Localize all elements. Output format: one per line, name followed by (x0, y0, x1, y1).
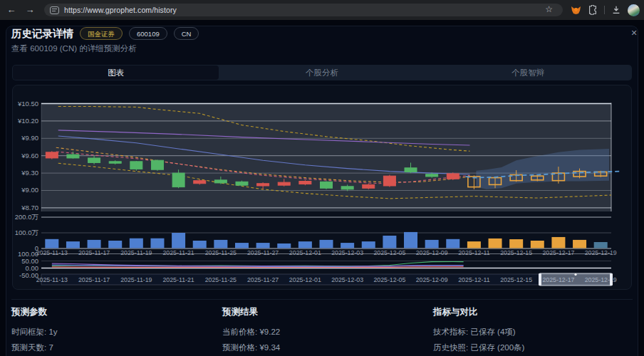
bookmark-star-icon[interactable]: ☆ (545, 4, 553, 14)
volume-bar (172, 233, 185, 248)
extensions-puzzle-icon[interactable] (588, 5, 598, 15)
forecast-params-column: 预测参数 时间框架: 1y 预测天数: 7 算法: 蒙特卡洛预测算法 (11, 306, 222, 356)
toolbar-divider (604, 6, 605, 14)
volume-bar (66, 241, 80, 248)
screen: ← → ↻ https://www.gprophet.com/history ☆… (0, 0, 644, 356)
candle-2025-11-20 (151, 160, 163, 169)
volume-bar (277, 244, 291, 248)
svg-text:¥9.30: ¥9.30 (21, 169, 38, 177)
svg-text:2025-12-17: 2025-12-17 (542, 249, 574, 256)
datazoom-handle-left[interactable] (539, 273, 541, 286)
candle-2025-11-18 (109, 162, 121, 163)
candle-2025-11-17 (88, 158, 100, 163)
candle-2025-11-19 (130, 162, 142, 169)
indicators-column: 指标与对比 技术指标: 已保存 (4项) 历史快照: 已保存 (200条) 创建… (433, 306, 633, 356)
svg-text:2025-12-03: 2025-12-03 (331, 249, 363, 256)
svg-text:2025-12-01: 2025-12-01 (289, 276, 321, 283)
volume-bar (256, 243, 270, 248)
close-icon[interactable]: ✕ (628, 27, 640, 38)
column-title: 预测参数 (11, 306, 222, 318)
footer-divider (11, 299, 633, 300)
svg-text:2025-11-21: 2025-11-21 (162, 276, 194, 283)
svg-text:2025-12-11: 2025-12-11 (458, 276, 489, 283)
volume-bar (108, 241, 122, 248)
svg-text:2025-11-27: 2025-11-27 (247, 276, 279, 283)
snapshots-saved: 历史快照: 已保存 (200条) (433, 340, 633, 356)
svg-text:2025-11-13: 2025-11-13 (36, 276, 68, 283)
candle-2025-12-01 (299, 181, 311, 184)
svg-text:2025-11-17: 2025-11-17 (78, 276, 110, 283)
result-current-price: 当前价格: ¥9.22 (222, 325, 433, 340)
site-info-icon[interactable] (50, 6, 59, 14)
candle-2025-12-10 (447, 174, 459, 179)
svg-text:2025-11-25: 2025-11-25 (205, 249, 237, 256)
indicators-saved: 技术指标: 已保存 (4项) (433, 325, 633, 340)
param-timeframe: 时间框架: 1y (11, 325, 222, 340)
svg-text:¥9.00: ¥9.00 (21, 186, 38, 194)
candle-2025-12-02 (321, 182, 333, 188)
tab-stock-ai[interactable]: 个股智辩 (425, 66, 631, 80)
volume-bar (214, 240, 227, 248)
tab-stock-analysis[interactable]: 个股分析 (219, 66, 425, 80)
param-days: 预测天数: 7 (11, 340, 222, 356)
candle-2025-11-24 (194, 181, 206, 184)
volume-bar (45, 239, 58, 248)
tab-chart[interactable]: 图表 (13, 66, 219, 80)
broker-badge: 国金证券 (80, 27, 123, 40)
volume-bar (594, 242, 608, 248)
svg-text:2025-12-19: 2025-12-19 (585, 249, 617, 256)
volume-bar (362, 241, 375, 248)
candle-2025-11-13 (46, 152, 58, 158)
svg-text:2025-11-25: 2025-11-25 (205, 276, 237, 283)
symbol-badge: 600109 (129, 27, 167, 40)
volume-bar (509, 239, 523, 248)
svg-text:2025-12-11: 2025-12-11 (458, 249, 489, 256)
volume-bar (150, 239, 164, 248)
column-title: 预测结果 (222, 306, 433, 318)
back-icon[interactable]: ← (6, 4, 17, 16)
profile-avatar[interactable] (628, 4, 640, 16)
volume-bar (531, 241, 544, 248)
volume-bar (404, 232, 417, 248)
forward-icon[interactable]: → (24, 4, 36, 16)
svg-text:2025-12-01: 2025-12-01 (289, 249, 321, 256)
volume-bar (193, 241, 207, 248)
candle-2025-11-28 (278, 182, 290, 185)
svg-text:2025-11-21: 2025-11-21 (162, 249, 194, 256)
volume-bar (551, 237, 565, 248)
volume-bar (489, 239, 502, 248)
svg-text:100.0万: 100.0万 (15, 229, 39, 236)
volume-bar (130, 239, 143, 248)
svg-text:2025-12-09: 2025-12-09 (416, 276, 448, 283)
svg-text:¥9.90: ¥9.90 (21, 134, 38, 142)
svg-text:2025-12-03: 2025-12-03 (331, 276, 363, 283)
volume-bar (341, 243, 354, 248)
volume-bar (235, 243, 249, 248)
browser-toolbar: ← → ↻ https://www.gprophet.com/history ☆ (0, 0, 644, 20)
candle-2025-12-08 (405, 168, 417, 172)
stock-forecast-chart[interactable]: ¥10.50¥10.20¥9.90¥9.60¥9.30¥9.00¥8.70200… (0, 80, 644, 290)
column-title: 指标与对比 (433, 306, 633, 318)
extensions-area (571, 0, 640, 20)
volume-date-axis: 2025-11-132025-11-172025-11-192025-11-21… (36, 249, 617, 256)
svg-text:2025-11-13: 2025-11-13 (36, 249, 68, 256)
market-badge: CN (174, 27, 199, 40)
svg-text:2025-11-27: 2025-11-27 (247, 249, 279, 256)
svg-text:¥10.20: ¥10.20 (17, 117, 38, 125)
candle-2025-12-03 (341, 187, 353, 189)
summary-section: 预测参数 时间框架: 1y 预测天数: 7 算法: 蒙特卡洛预测算法 预测结果 … (11, 306, 633, 356)
volume-bar (88, 240, 101, 248)
datazoom-handle-right[interactable] (610, 273, 613, 286)
svg-text:2025-12-15: 2025-12-15 (500, 276, 532, 283)
fox-extension-icon[interactable] (571, 5, 581, 16)
datazoom-slider[interactable]: 2025-11-132025-11-172025-11-192025-11-21… (36, 273, 617, 286)
tab-bar: 图表 个股分析 个股智辩 (12, 65, 632, 80)
address-bar[interactable]: https://www.gprophet.com/history ☆ (44, 4, 563, 16)
download-icon[interactable] (611, 5, 621, 15)
candle-2025-11-27 (257, 184, 269, 186)
volume-bar (383, 236, 396, 248)
candle-2025-12-05 (383, 176, 395, 186)
svg-text:2025-11-19: 2025-11-19 (120, 249, 152, 256)
url-text: https://www.gprophet.com/history (64, 6, 177, 14)
page-title: 历史记录详情 (11, 27, 73, 41)
